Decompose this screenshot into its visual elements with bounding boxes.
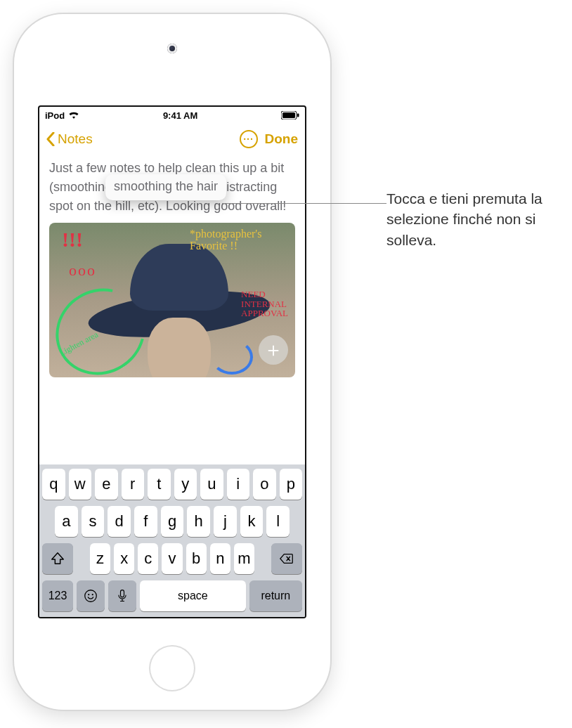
key-p[interactable]: p <box>280 469 303 500</box>
screen: iPod 9:41 AM Notes ··· <box>38 105 306 618</box>
keyboard: q w e r t y u i o p a s d f g h j k l <box>39 464 305 617</box>
status-bar: iPod 9:41 AM <box>39 107 305 124</box>
home-button[interactable] <box>150 646 194 690</box>
key-g[interactable]: g <box>161 506 184 537</box>
nav-bar: Notes ··· Done <box>39 124 305 155</box>
return-key[interactable]: return <box>249 580 302 611</box>
callout-text: Tocca e tieni premuta la selezione finch… <box>386 188 562 250</box>
battery-icon <box>281 111 299 119</box>
plus-icon: ＋ <box>264 337 283 363</box>
key-u[interactable]: u <box>200 469 223 500</box>
key-c[interactable]: c <box>138 543 158 574</box>
key-z[interactable]: z <box>90 543 110 574</box>
key-b[interactable]: b <box>186 543 207 574</box>
face-shape <box>148 318 211 377</box>
key-q[interactable]: q <box>42 469 65 500</box>
svg-point-5 <box>92 594 93 595</box>
keyboard-row-3: z x c v b n m <box>42 543 302 574</box>
key-m[interactable]: m <box>234 543 254 574</box>
svg-rect-1 <box>282 112 295 118</box>
back-label: Notes <box>58 131 93 147</box>
front-camera <box>167 44 177 53</box>
key-j[interactable]: j <box>214 506 237 537</box>
callout-leader-line <box>222 203 386 204</box>
key-a[interactable]: a <box>55 506 78 537</box>
clock: 9:41 AM <box>163 110 197 121</box>
more-icon: ··· <box>243 134 254 145</box>
more-button[interactable]: ··· <box>240 130 258 148</box>
emoji-icon <box>83 588 98 604</box>
key-n[interactable]: n <box>210 543 230 574</box>
done-button[interactable]: Done <box>265 131 299 147</box>
red-exclamation-annotation: !!! <box>62 230 83 249</box>
svg-rect-6 <box>121 590 124 597</box>
keyboard-row-2: a s d f g h j k l <box>42 506 302 537</box>
key-v[interactable]: v <box>162 543 182 574</box>
key-s[interactable]: s <box>82 506 105 537</box>
chevron-left-icon <box>46 132 55 146</box>
blue-stroke-annotation <box>211 339 253 375</box>
key-e[interactable]: e <box>95 469 118 500</box>
svg-point-3 <box>85 590 97 602</box>
key-f[interactable]: f <box>134 506 157 537</box>
keyboard-row-1: q w e r t y u i o p <box>42 469 302 500</box>
key-r[interactable]: r <box>122 469 145 500</box>
carrier-label: iPod <box>45 110 65 121</box>
back-button[interactable]: Notes <box>46 131 93 147</box>
key-x[interactable]: x <box>114 543 134 574</box>
backspace-icon <box>279 551 294 566</box>
lifted-selection[interactable]: smoothing the hair <box>105 174 226 200</box>
emoji-key[interactable] <box>77 580 105 611</box>
shift-key[interactable] <box>42 543 73 574</box>
shift-icon <box>50 551 65 566</box>
keyboard-row-4: 123 space return <box>42 580 302 611</box>
key-d[interactable]: d <box>108 506 131 537</box>
key-i[interactable]: i <box>227 469 250 500</box>
dictation-key[interactable] <box>108 580 136 611</box>
svg-rect-2 <box>297 114 299 117</box>
key-t[interactable]: t <box>148 469 171 500</box>
key-k[interactable]: k <box>240 506 264 537</box>
key-l[interactable]: l <box>266 506 290 537</box>
backspace-key[interactable] <box>271 543 302 574</box>
key-h[interactable]: h <box>187 506 210 537</box>
svg-point-4 <box>88 594 89 595</box>
numbers-key[interactable]: 123 <box>42 580 73 611</box>
key-y[interactable]: y <box>174 469 197 500</box>
attached-image[interactable]: !!! ooo *photographer's Favorite !! NEED… <box>49 223 295 377</box>
wifi-icon <box>68 111 79 119</box>
device-frame: iPod 9:41 AM Notes ··· <box>14 14 330 710</box>
key-o[interactable]: o <box>253 469 276 500</box>
key-w[interactable]: w <box>69 469 92 500</box>
note-body[interactable]: Just a few notes to help clean this up a… <box>39 155 305 216</box>
add-button[interactable]: ＋ <box>259 335 288 365</box>
microphone-icon <box>115 588 129 604</box>
space-key[interactable]: space <box>140 580 246 611</box>
